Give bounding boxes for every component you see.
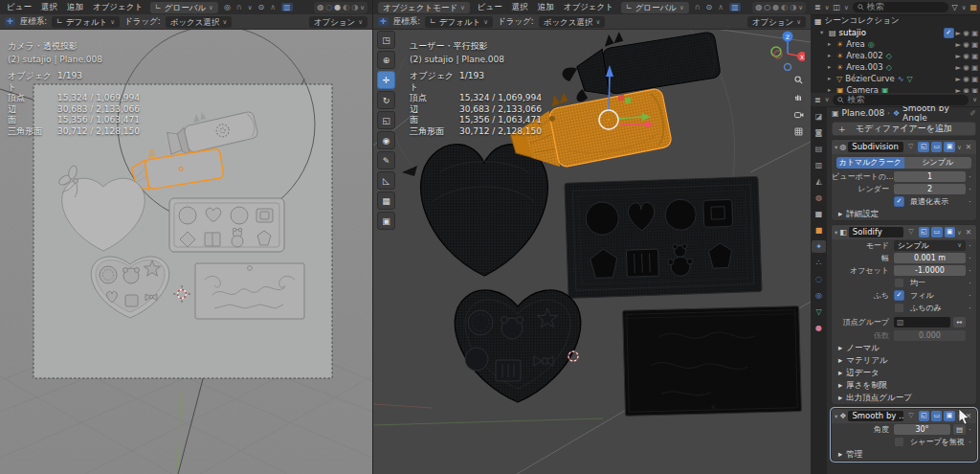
show-on-cage-toggle[interactable]: ▽ [905,227,916,237]
selectable-icon[interactable]: ► [956,75,962,83]
properties-search-input[interactable]: 検索 [833,95,969,105]
proportional-edit-icon[interactable]: ⊙ [257,3,264,11]
modifier-name-field[interactable]: Solidify [849,227,903,237]
animate-dot[interactable]: · [966,291,974,301]
tab-object[interactable]: ■ [812,224,826,237]
transform-orientation-dropdown[interactable]: ∟ グローバル∨ [150,2,218,13]
ortho-grid-icon[interactable] [791,124,806,139]
catmull-clark-tab[interactable]: カトマルクラーク [836,157,904,169]
modifier-header[interactable]: ▾ ◧ Solidify ▽ ◱ ▭ ▣ ∨ ✕ [832,225,976,239]
outliner-row-collection[interactable]: ▾ ▤ sutajio ✓ ► ◉ ▣ [811,27,980,38]
mold-tray[interactable] [169,198,284,252]
animate-dot[interactable]: · [966,172,974,182]
animate-dot[interactable]: · [966,266,974,276]
show-viewport-toggle[interactable]: ▭ [931,142,942,152]
modifier-header[interactable]: ▾ ◍ Subdivision ▽ ◱ ▭ ▣ ∨ ✕ [832,140,976,154]
tab-output[interactable]: ▤ [812,143,826,155]
breadcrumb-modifier[interactable]: Smooth by Angle [902,106,964,123]
navigation-gizmo[interactable]: Z X [770,29,805,71]
expand-icon[interactable]: ▸ [828,52,834,59]
render-toggle-icon[interactable]: ▣ [971,29,978,37]
collapse-icon[interactable]: ▾ [835,229,837,237]
materials-section[interactable]: ▸マテリアル [832,354,976,367]
select-box-tool[interactable]: ◳ [377,31,395,49]
menu-select[interactable]: 選択 [39,2,59,13]
tab-world[interactable]: ◍ [812,192,826,204]
outliner-row-scene-collection[interactable]: ▦ シーンコレクション [811,15,980,27]
selectable-icon[interactable]: ► [956,63,962,72]
rendered-shading-icon[interactable]: ◑ [790,3,796,11]
overlays-icon[interactable]: ◍ [317,3,323,11]
advanced-section[interactable]: ▸詳細設定 [832,208,976,220]
overlays-icon[interactable]: ◍ [755,3,762,11]
tab-material[interactable]: ● [812,322,826,334]
zoom-icon[interactable] [791,73,806,87]
tab-particles[interactable]: ∴ [812,257,826,269]
gizmo-toggle-icon[interactable]: ▥ [729,3,741,11]
rim-only-checkbox[interactable] [894,303,904,313]
modifier-header[interactable]: ▾ ❖ Smooth by ... ▽ ◱ ▭ ▣ ∨ ✕ [832,409,976,423]
solid-shading-icon[interactable]: ● [334,3,341,11]
collapse-icon[interactable]: ▾ [835,413,837,420]
selectable-icon[interactable]: ► [956,52,962,60]
flat-box-wire[interactable] [623,306,802,417]
show-edit-mode-toggle[interactable]: ◱ [918,142,928,152]
optimal-display-checkbox[interactable]: ✓ [894,196,904,207]
tab-scene[interactable]: ◭ [812,175,826,188]
rendered-shading-icon[interactable]: ◑ [351,3,358,11]
outliner-row-curve[interactable]: ▸ ▽ BézierCurve ∿ ▽ ► ◉ ▣ [811,73,980,84]
outliner-row-light[interactable]: ▸ ☀ Area.002 ◇ ► ◉ ▣ [811,50,980,61]
animate-dot[interactable]: · [966,279,974,288]
expand-icon[interactable]: ▸ [828,40,834,48]
measure-tool[interactable]: ◺ [377,171,395,190]
cursor-tool[interactable]: ⊕ [377,51,395,69]
extras-dropdown[interactable]: ∨ [957,229,962,237]
gizmo-toggle-icon[interactable]: ▥ [281,3,293,11]
edge-data-section[interactable]: ▸辺データ [832,367,976,379]
mold-tray-wire[interactable] [565,176,762,298]
tab-tool[interactable]: ◪ [812,110,826,123]
add-modifier-button[interactable]: +モディファイアーを追加 [832,122,976,136]
hide-eye-icon[interactable]: ◉ [963,40,969,49]
interaction-tool[interactable]: ▣ [377,212,395,230]
hide-eye-icon[interactable]: ◉ [963,75,969,83]
delete-modifier-icon[interactable]: ✕ [964,143,973,151]
extras-dropdown[interactable]: ∨ [957,144,962,151]
modifier-name-field[interactable]: Smooth by ... [848,411,903,421]
transform-orientation-dropdown[interactable]: ∟ グローバル∨ [621,2,689,13]
hide-eye-icon[interactable]: ◉ [963,52,969,60]
tab-modifiers[interactable]: ✦ [812,240,826,253]
display-mode-icon[interactable]: ◫ [833,3,840,11]
tab-physics[interactable]: ◌ [812,273,826,285]
render-levels-field[interactable]: 2 [894,184,966,194]
selectable-icon[interactable]: ► [956,40,962,49]
drag-mode-dropdown[interactable]: ボックス選択∨ [166,16,233,28]
expand-icon[interactable]: ▸ [828,75,834,82]
tab-render[interactable]: ◙ [812,126,826,139]
rim-fill-checkbox[interactable]: ✓ [894,290,904,301]
animate-dot[interactable]: · [966,241,974,251]
snap-magnet-icon[interactable]: ∩ [236,3,242,11]
filter-funnel-icon[interactable]: ▽ [952,3,958,11]
show-edit-mode-toggle[interactable]: ◱ [919,411,929,421]
levels-viewport-field[interactable]: 1 [894,171,966,182]
falloff-icon[interactable]: ∧ [718,3,724,11]
thickness-clamp-section[interactable]: ▸厚さを制限 [832,379,976,392]
mode-dropdown[interactable]: シンプル∨ [894,240,966,251]
delete-modifier-icon[interactable]: ✕ [964,228,973,237]
material-shading-icon[interactable]: ◐ [343,3,349,11]
camera-view-icon[interactable] [791,107,806,122]
show-render-toggle[interactable]: ▣ [944,411,954,421]
expand-icon[interactable]: ▾ [820,29,826,36]
menu-object[interactable]: オブジェクト [91,2,145,13]
angle-field[interactable]: 30° [894,424,950,435]
viewport-camera[interactable]: ビュー 選択 追加 オブジェクト ∟ グローバル∨ ◎ ∩ ∨ ⊙ ∧ ▥ ◍ … [0,0,372,474]
drag-mode-dropdown[interactable]: ボックス選択∨ [539,16,606,28]
plaque[interactable] [195,263,304,319]
coord-system-dropdown[interactable]: ∟デフォルト∨ [425,16,493,28]
simple-tab[interactable]: シンプル [904,157,972,169]
breadcrumb-object[interactable]: Plane.008 [842,108,885,118]
expand-icon[interactable]: ▸ [828,63,834,71]
invert-vertex-group-button[interactable]: ↔ [953,317,966,327]
options-dropdown[interactable]: オプション∨ [309,16,368,28]
